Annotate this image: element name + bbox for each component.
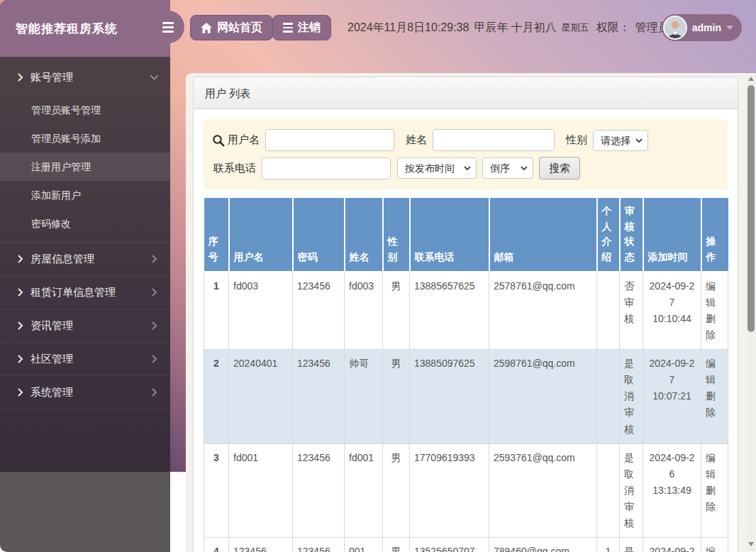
sort-field-select[interactable]: 按发布时间	[397, 158, 477, 179]
home-button-label: 网站首页	[217, 21, 262, 35]
chevron-right-icon	[151, 255, 157, 263]
scroll-down-arrow[interactable]	[748, 542, 754, 546]
cell-name: fd001	[345, 443, 383, 537]
audit-action-link[interactable]: 取消审核	[624, 374, 634, 434]
cell-actions: 编辑 删除	[701, 538, 728, 552]
user-menu[interactable]: admin	[662, 14, 742, 41]
table-row: 3fd001123456fd001男177096193932593761@qq.…	[204, 443, 728, 537]
chevron-right-icon	[151, 355, 157, 363]
avatar-photo	[665, 17, 686, 38]
table-row: 4123456123456001男13525650707789460@qq.co…	[204, 538, 728, 552]
column-header: 序号	[204, 198, 229, 272]
cell-phone: 13885657625	[410, 272, 489, 350]
cell-username: 123456	[229, 538, 293, 552]
search-button[interactable]: 搜索	[539, 157, 580, 180]
added-date: 2024-09-27	[647, 278, 696, 311]
table-body: 1fd003123456fd003男138856576252578761@qq.…	[204, 272, 728, 552]
sidebar-subitem[interactable]: 管理员账号添加	[0, 124, 170, 153]
card-title: 用户 列表	[205, 87, 250, 99]
cell-audit-status: 是 取消审核	[620, 538, 643, 552]
vertical-scrollbar[interactable]	[746, 73, 756, 552]
name-input[interactable]	[433, 129, 555, 151]
sidebar-group-1[interactable]: 账号管理	[0, 61, 170, 94]
cell-actions: 编辑 删除	[701, 350, 728, 443]
sidebar-group-label: 租赁订单信息管理	[30, 286, 116, 299]
sidebar-group-2[interactable]: 房屋信息管理	[0, 243, 170, 276]
edit-link[interactable]: 编辑	[706, 358, 716, 385]
table-head: 序号用户名密码姓名性别联系电话邮箱个人介绍审核状态添加时间操作	[204, 198, 728, 272]
phone-input[interactable]	[262, 158, 391, 180]
username-input[interactable]	[265, 129, 394, 151]
search-panel: 用户名 姓名 性别 请选择	[204, 119, 728, 189]
scroll-up-arrow[interactable]	[748, 77, 754, 81]
cell-username: 20240401	[229, 350, 293, 443]
caret-down-icon	[726, 26, 733, 30]
chevron-down-icon	[150, 74, 159, 81]
added-date: 2024-09-26	[647, 450, 696, 482]
cell-phone: 13885097625	[410, 350, 489, 443]
added-date: 2024-09-27	[647, 355, 696, 388]
audit-action-link[interactable]: 审核	[624, 297, 634, 324]
edit-link[interactable]: 编辑	[706, 452, 716, 480]
cell-email: 2578761@qq.com	[489, 272, 597, 350]
chevron-right-icon	[151, 288, 157, 297]
column-header: 性别	[383, 198, 410, 272]
top-header: 网站首页 注销 2024年11月8日10:29:38 甲辰年 十月初八 星期五 …	[170, 0, 756, 57]
lunar-date: 甲辰年 十月初八	[474, 21, 556, 35]
sidebar-subitem[interactable]: 密码修改	[0, 209, 170, 238]
cell-intro	[597, 350, 620, 443]
sidebar-toggle-button[interactable]	[152, 11, 184, 43]
audit-status-value: 是	[624, 358, 634, 369]
audit-action-link[interactable]: 取消审核	[624, 468, 634, 529]
cell-name: 001	[345, 538, 383, 552]
cell-phone: 13525650707	[410, 538, 489, 552]
cell-audit-status: 是 取消审核	[620, 443, 643, 537]
cell-added-time: 2024-09-2611:07:43	[643, 538, 701, 552]
chevron-right-icon	[17, 255, 23, 263]
username: admin	[692, 22, 721, 33]
delete-link[interactable]: 删除	[706, 313, 716, 341]
sidebar-group-label: 系统管理	[30, 386, 73, 399]
cell-username: fd001	[229, 443, 293, 537]
chevron-right-icon	[17, 288, 23, 297]
delete-link[interactable]: 删除	[706, 485, 716, 512]
audit-status-value: 是	[624, 452, 634, 463]
home-button[interactable]: 网站首页	[190, 15, 273, 40]
logout-button[interactable]: 注销	[272, 15, 331, 40]
app-window: 智能推荐租房系统 账号管理 管理员账号管理管理员账号添加注册用户管理添加新用户密…	[0, 0, 756, 552]
username-label: 用户名	[228, 133, 260, 147]
scrollbar-thumb[interactable]	[747, 85, 755, 332]
chevron-right-icon	[17, 355, 23, 363]
added-date: 2024-09-26	[647, 543, 696, 552]
added-time: 10:10:44	[647, 311, 696, 327]
column-header: 个人介绍	[597, 198, 620, 272]
sidebar-subitem[interactable]: 管理员账号管理	[0, 96, 170, 124]
sidebar-subitem-active[interactable]: 注册用户管理	[0, 153, 170, 181]
cell-password: 123456	[293, 538, 345, 552]
card-body: 用户名 姓名 性别 请选择	[194, 109, 738, 552]
chevron-right-icon	[17, 321, 23, 330]
column-header: 邮箱	[489, 198, 597, 272]
sort-order-select[interactable]: 倒序	[482, 158, 533, 179]
column-header: 添加时间	[643, 198, 701, 272]
cell-gender: 男	[383, 350, 410, 443]
cell-audit-status: 是 取消审核	[620, 350, 643, 443]
sidebar-group-label: 社区管理	[30, 353, 73, 366]
cell-actions: 编辑 删除	[701, 272, 728, 350]
cell-phone: 17709619393	[410, 443, 489, 537]
audit-status-value: 否	[624, 280, 634, 292]
sidebar-group-5[interactable]: 社区管理	[0, 343, 170, 376]
table-header-row: 序号用户名密码姓名性别联系电话邮箱个人介绍审核状态添加时间操作	[204, 198, 728, 272]
sidebar-group-6[interactable]: 系统管理	[0, 376, 170, 409]
edit-link[interactable]: 编辑	[706, 546, 716, 552]
sidebar-group-3[interactable]: 租赁订单信息管理	[0, 276, 170, 309]
app-title: 智能推荐租房系统	[16, 21, 118, 37]
gender-select[interactable]: 请选择	[593, 130, 648, 151]
datetime-value: 2024年11月8日10:29:38	[348, 21, 469, 35]
table-row: 220240401123456帅哥男138850976252598761@qq.…	[204, 350, 728, 443]
delete-link[interactable]: 删除	[706, 390, 716, 418]
edit-link[interactable]: 编辑	[706, 280, 716, 308]
sidebar-subitem[interactable]: 添加新用户	[0, 181, 170, 209]
sidebar-group-4[interactable]: 资讯管理	[0, 309, 170, 343]
cell-seq: 1	[204, 272, 229, 350]
